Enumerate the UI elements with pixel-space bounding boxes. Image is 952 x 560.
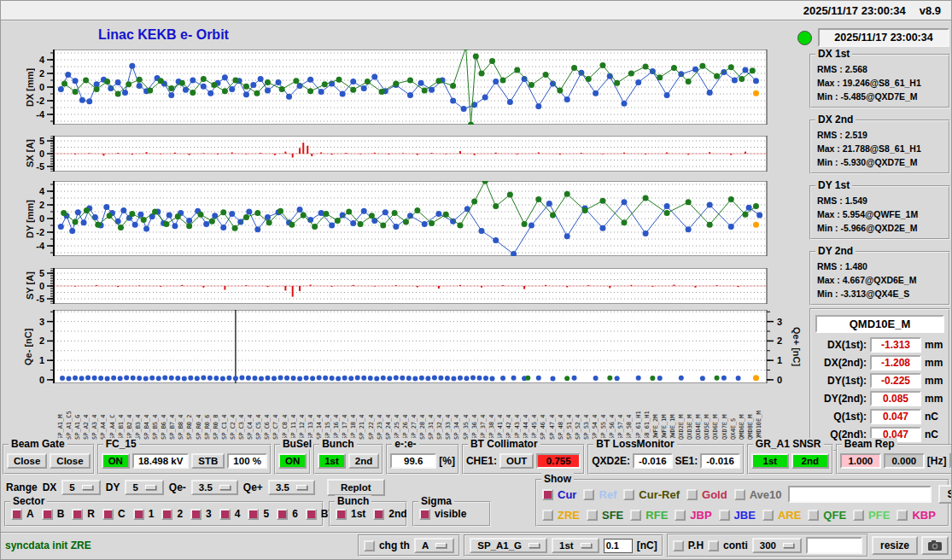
sector-checkbox-3[interactable]: 3 <box>190 508 212 520</box>
fc15-title: FC_15 <box>103 438 139 450</box>
checkbox-indicator <box>277 509 288 520</box>
sector-checkbox-4[interactable]: 4 <box>219 508 241 520</box>
sector-checkbox-b[interactable]: B <box>42 508 65 520</box>
bt-lossmonitor-group: BT LossMonitor QXD2E: -0.016 SE1: -0.016 <box>587 444 745 475</box>
points-select[interactable]: 300 <box>752 538 802 553</box>
stats-box-dy-2nd: DY 2ndRMS : 1.480Max : 4.667@QXD6E_MMin … <box>809 251 950 306</box>
threshold-input[interactable] <box>604 539 633 553</box>
bunch-1st-button[interactable]: 1st <box>318 453 346 469</box>
range-dx-select[interactable]: 5 <box>61 480 100 495</box>
show-toggle-zre[interactable]: ZRE <box>542 509 580 522</box>
gr-a1-snsr-group: GR_A1 SNSR 1st 2nd <box>747 444 833 475</box>
beam-rep-actual-field: 0.000 <box>884 453 925 469</box>
set-ref-button[interactable]: Set Ref <box>938 485 952 504</box>
station-label: SP_B3_4 <box>134 387 143 440</box>
show-toggle-qfe[interactable]: QFE <box>808 509 846 522</box>
station-label: SP_A1_G <box>73 387 82 440</box>
station-label: SP_27_4 <box>410 387 418 440</box>
bunch-checkbox-2nd[interactable]: 2nd <box>373 508 406 520</box>
beam-gate-close-button-1[interactable]: Close <box>7 453 47 469</box>
show-toggle-jbp[interactable]: JBP <box>675 509 711 522</box>
checkbox-indicator <box>306 509 317 520</box>
bunch-2nd-button[interactable]: 2nd <box>348 453 379 469</box>
bunch-top-title: Bunch <box>319 438 356 450</box>
beam-gate-close-button-2[interactable]: Close <box>50 453 90 469</box>
station-label: SP_48_4 <box>557 387 565 440</box>
sector-checkbox-1[interactable]: 1 <box>133 508 155 520</box>
range-dy-select[interactable]: 5 <box>125 480 163 495</box>
station-label: SP_16_4 <box>332 387 341 440</box>
show-toggle-ave10[interactable]: Ave10 <box>734 488 782 501</box>
show-toggle-pfe[interactable]: PFE <box>853 509 890 522</box>
checkbox-indicator <box>630 510 641 521</box>
busel-on-button[interactable]: ON <box>278 453 307 469</box>
ph-checkbox[interactable] <box>673 540 684 551</box>
show-toggle-ref[interactable]: Ref <box>583 488 616 501</box>
option-menu-indicator <box>219 485 231 490</box>
dy-plot: -4-2024 <box>15 181 805 256</box>
station-label: SP_R0_6 <box>203 387 212 440</box>
station-label: SP_28_4 <box>418 387 427 440</box>
station-label: SP_15_4 <box>324 387 332 440</box>
show-toggle-rfe[interactable]: RFE <box>630 509 668 522</box>
range-qe-minus-select[interactable]: 3.5 <box>191 480 238 495</box>
sector-checkbox-c[interactable]: C <box>102 508 126 520</box>
monitor-row: DY(2nd):0.085mm <box>815 391 944 406</box>
sigma-checkbox-visible[interactable]: visible <box>419 508 466 520</box>
sp-monitor-select[interactable]: SP_A1_G <box>470 538 547 553</box>
checkbox-indicator <box>161 509 172 520</box>
station-label: SP_43_4 <box>513 387 522 440</box>
show-toggle-cur-ref[interactable]: Cur-Ref <box>623 488 680 501</box>
station-label: SP_A4_4 <box>99 387 108 440</box>
station-label: SP_34_4 <box>453 387 461 440</box>
sx-plot: -505 <box>15 136 805 172</box>
checkbox-indicator <box>623 489 634 500</box>
sector-checkbox-5[interactable]: 5 <box>248 508 269 520</box>
sector-checkbox-r[interactable]: R <box>72 508 95 520</box>
extra-input[interactable] <box>806 537 862 554</box>
svg-text:2: 2 <box>777 335 782 346</box>
show-toggle-kbp[interactable]: KBP <box>897 509 935 522</box>
checkbox-indicator <box>248 509 259 520</box>
bunch-top-group: Bunch 1st 2nd <box>313 444 383 475</box>
sector-checkbox-6[interactable]: 6 <box>277 508 298 520</box>
screenshot-button[interactable] <box>921 536 949 555</box>
chg-th-select[interactable]: A <box>414 538 454 553</box>
show-toggle-gold[interactable]: Gold <box>686 488 727 501</box>
station-label: SP_47_4 <box>548 387 557 440</box>
conti-checkbox[interactable] <box>708 540 719 551</box>
range-qe-plus-label: Qe+ <box>243 481 263 493</box>
monitor-value-field: -1.208 <box>870 355 921 370</box>
window-titlebar: 2025/11/17 23:00:34 v8.9 <box>1 1 951 21</box>
sector-checkbox-2[interactable]: 2 <box>161 508 183 520</box>
show-toggle-cur[interactable]: Cur <box>542 488 576 501</box>
range-qe-plus-select[interactable]: 3.5 <box>268 480 315 495</box>
station-label: SP_A1_C5 <box>65 387 73 440</box>
che1-out-button[interactable]: OUT <box>499 453 534 469</box>
checkbox-indicator <box>336 509 347 520</box>
checkbox-indicator <box>373 509 384 520</box>
beam-rep-duty-field: 0.000 <box>949 453 952 469</box>
snsr-2nd-button[interactable]: 2nd <box>791 453 829 469</box>
show-row-1: CurRefCur-RefGoldAve10 Set Ref <box>542 484 943 505</box>
snsr-1st-button[interactable]: 1st <box>751 453 789 469</box>
show-toggle-jbe[interactable]: JBE <box>719 509 756 522</box>
resize-button[interactable]: resize <box>872 536 918 555</box>
ref-name-input[interactable] <box>788 486 932 503</box>
show-toggle-sfe[interactable]: SFE <box>587 509 623 522</box>
sx-axis-label: SX [A] <box>23 136 36 172</box>
fc15-on-button[interactable]: ON <box>102 453 130 469</box>
replot-button[interactable]: Replot <box>327 479 385 496</box>
checkbox-indicator <box>853 510 864 521</box>
bunch-checkbox-1st[interactable]: 1st <box>336 508 365 520</box>
chg-th-checkbox[interactable] <box>364 540 375 551</box>
sp-bunch-select[interactable]: 1st <box>552 538 599 553</box>
sector-checkbox-a[interactable]: A <box>11 508 34 520</box>
station-label: SP_45_4 <box>530 387 539 440</box>
svg-text:0: 0 <box>39 281 44 291</box>
station-label: SP_54_4 <box>591 387 599 440</box>
station-label: SP_A1_M <box>56 387 65 440</box>
show-toggle-are[interactable]: ARE <box>762 509 801 522</box>
station-label: QMD6E_M <box>738 387 746 440</box>
fc15-stb-button[interactable]: STB <box>191 453 225 469</box>
